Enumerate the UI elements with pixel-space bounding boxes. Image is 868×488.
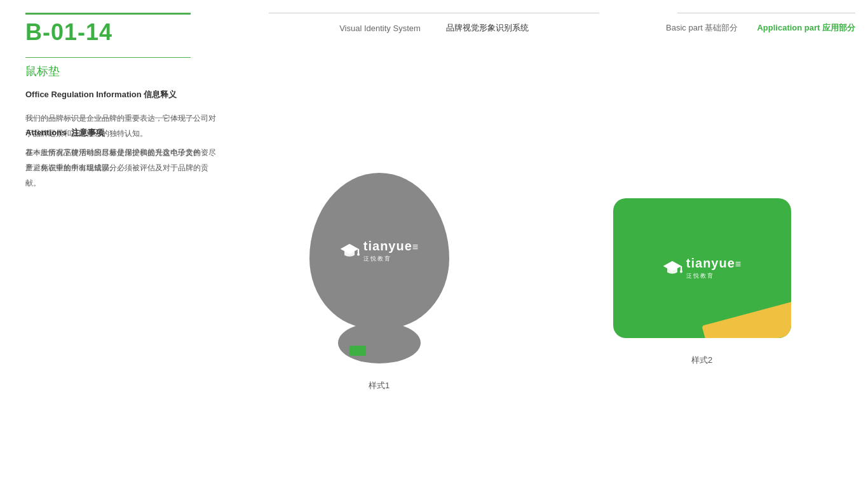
page-code: B-01-14 [25, 19, 112, 46]
logo-text-wrapper-green: tianyue≡ 泛悦教育 [686, 256, 742, 280]
center-titles: Visual Identity System 品牌视觉形象识别系统 [339, 22, 529, 34]
style1-label: 样式1 [369, 380, 390, 391]
main-content: Office Regulation Information 信息释义 我们的品牌… [25, 89, 855, 475]
right-header: Basic part 基础部分 Application part 应用部分 [666, 0, 855, 34]
attentions-label-cn: 注意事项 [71, 128, 104, 137]
gray-green-accent [349, 346, 366, 356]
app-part-label: Application part 应用部分 [757, 22, 855, 34]
mousepad-gray-shape: tianyue≡ 泛悦教育 [300, 173, 459, 363]
grad-cap-icon-green [662, 260, 682, 276]
mousepad-style1: tianyue≡ 泛悦教育 样式1 [300, 173, 459, 391]
logo-green: tianyue≡ 泛悦教育 [662, 256, 742, 280]
right-top-border [677, 13, 855, 13]
page-subtitle: 鼠标垫 [25, 64, 60, 79]
center-title-en: Visual Identity System [339, 24, 421, 33]
logo-text-gray: tianyue≡ [363, 239, 419, 254]
center-top-border [269, 13, 599, 13]
attentions-title: Attentions 注意事项 [25, 127, 216, 139]
divider-line [25, 118, 197, 118]
svg-rect-4 [681, 266, 682, 271]
svg-point-5 [680, 271, 682, 273]
green-yellow-stripe [702, 299, 791, 338]
attentions-label-en: Attentions [25, 128, 66, 137]
right-labels: Basic part 基础部分 Application part 应用部分 [666, 22, 855, 34]
style2-label: 样式2 [691, 355, 712, 366]
logo-sub-gray: 泛悦教育 [363, 255, 391, 263]
svg-rect-1 [358, 248, 359, 254]
center-header: Visual Identity System 品牌视觉形象识别系统 [241, 0, 627, 34]
mousepads-area: tianyue≡ 泛悦教育 样式1 [235, 89, 855, 475]
center-title-cn: 品牌视觉形象识别系统 [446, 22, 529, 34]
mousepad-green-shape: tianyue≡ 泛悦教育 [613, 198, 791, 338]
attentions-text: 在一般情况下使用时应尽量使用提供的光盘电子文件，尽量避免在重绘中出现错误。 [25, 145, 216, 175]
top-border-left [25, 13, 191, 15]
logo-text-wrapper-gray: tianyue≡ 泛悦教育 [363, 239, 419, 263]
logo-sub-green: 泛悦教育 [686, 272, 714, 280]
left-text-panel: Office Regulation Information 信息释义 我们的品牌… [25, 89, 216, 194]
logo-gray: tianyue≡ 泛悦教育 [339, 239, 419, 263]
mousepad-gray-wrist [338, 322, 421, 363]
info-title: Office Regulation Information 信息释义 [25, 89, 216, 100]
bottom-border-left [25, 57, 191, 58]
mousepad-style2: tianyue≡ 泛悦教育 样式2 [613, 198, 791, 366]
mousepad-gray-body: tianyue≡ 泛悦教育 [309, 173, 449, 329]
svg-point-2 [357, 253, 360, 255]
attentions-section: Attentions 注意事项 在一般情况下使用时应尽量使用提供的光盘电子文件，… [25, 127, 216, 175]
grad-cap-icon-gray [339, 243, 360, 259]
basic-part-label: Basic part 基础部分 [666, 22, 738, 34]
logo-text-green: tianyue≡ [686, 256, 742, 271]
